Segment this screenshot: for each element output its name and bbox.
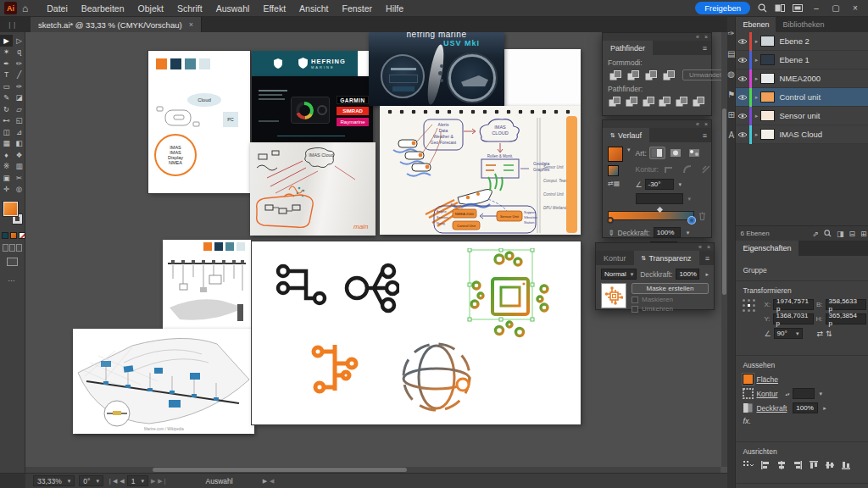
hierarchy-icon-orange[interactable] [308,336,362,399]
width-input[interactable]: 358,5633 p [826,299,866,310]
expand-layer-icon[interactable]: ▸ [752,57,760,64]
make-mask-icon[interactable]: ◨ [837,230,844,238]
color-swatches[interactable] [156,58,210,69]
symbol-sprayer-tool[interactable]: ※ [0,161,13,173]
align-left-icon[interactable] [760,460,771,470]
layer-thumbnail[interactable] [760,36,775,47]
new-sublayer-icon[interactable]: ⊟ [849,230,855,238]
layer-row-control-unit[interactable]: ▸Control unit○ [736,88,868,107]
rotate-tool[interactable]: ↻ [0,103,13,115]
screen-layout-icon[interactable] [793,4,803,12]
flip-vertical-icon[interactable]: ⇅ [826,330,832,338]
freeform-gradient-button[interactable] [687,147,703,159]
rectangle-tool[interactable]: ▭ [0,80,13,92]
crop-icon[interactable] [658,95,672,108]
curvature-tool[interactable]: ✏ [13,58,25,69]
divide-icon[interactable] [608,95,622,108]
rotation-select[interactable]: 0°▾ [79,475,103,486]
swatch[interactable] [214,242,223,251]
trim-icon[interactable] [625,95,639,108]
horizontal-scrollbar[interactable] [25,467,721,473]
visibility-eye-icon[interactable] [736,131,749,138]
notebook-sketch-photo[interactable]: Alerts Data Weather & Geo Forecast IMAS … [380,106,581,235]
swatch[interactable] [185,58,196,69]
character-icon[interactable]: A [728,130,734,140]
opacity-swatch-icon[interactable] [743,402,754,413]
menu-bearbeiten[interactable]: Bearbeiten [75,3,131,14]
mesh-tool[interactable]: ▦ [0,138,13,150]
width-tool[interactable]: ⊷ [0,115,13,127]
fill-color-swatch[interactable] [743,374,754,385]
exclude-icon[interactable] [661,69,677,81]
hand-tool[interactable]: ✛ [0,184,13,196]
visibility-eye-icon[interactable] [736,38,749,45]
last-artboard-button[interactable]: ▶❘ [158,478,167,485]
rotation-select[interactable]: 90°▾ [774,328,803,339]
layer-thumbnail[interactable] [760,129,775,140]
restore-button[interactable]: ▢ [830,3,842,13]
flip-horizontal-icon[interactable]: ⇄ [817,330,824,338]
merge-icon[interactable] [642,95,656,108]
swatch[interactable] [236,242,245,251]
fx-button[interactable]: fx. [743,417,751,425]
gradient-stop-left[interactable] [607,217,614,224]
swatch[interactable] [156,58,167,69]
minimize-button[interactable]: – [810,3,822,13]
tab-layers[interactable]: Ebenen [736,17,776,32]
usv-poster-image[interactable]: hefring marine USV MkI [369,32,504,106]
blend-mode-select[interactable]: Normal▾ [601,269,637,280]
eyedropper-icon[interactable]: ✏ [607,230,615,236]
align-top-icon[interactable] [809,460,819,470]
whiteboard-photo[interactable]: IMAS Cloud main [250,142,376,236]
perspective-grid-tool[interactable]: ⊿ [13,126,25,138]
layer-row-sensor-unit[interactable]: ▸Sensor unit○ [736,107,868,125]
tab-close-icon[interactable]: × [189,20,193,29]
zoom-tool[interactable]: ◎ [13,184,25,196]
status-menu-arrow[interactable]: ▶ [263,478,267,485]
panel-menu-icon[interactable]: ≡ [705,254,714,263]
eraser-tool[interactable]: ◪ [13,92,25,104]
artboard-tool[interactable]: ▣ [0,172,13,184]
selection-tool[interactable]: ▶ [0,35,13,47]
collapse-panel-icon[interactable]: « [698,244,702,250]
free-transform-tool[interactable]: ◱ [13,115,25,127]
draw-mode-buttons[interactable] [3,244,22,252]
menu-fenster[interactable]: Fenster [335,3,379,14]
artboard-1[interactable]: Cloud PC IMAS IMAS Display NMEA [148,51,250,193]
menu-schrift[interactable]: Schrift [170,3,209,14]
menu-hilfe[interactable]: Hilfe [379,3,410,14]
height-input[interactable]: 365,3854 p [826,313,866,324]
color-swatch-button[interactable] [2,232,8,239]
tab-stroke[interactable]: Kontur [596,251,634,265]
white-image-block[interactable] [503,49,581,106]
close-panel-icon[interactable]: × [707,244,710,250]
flag-icon[interactable]: ⚑ [727,90,735,99]
layer-name[interactable]: Control unit [779,92,868,102]
close-panel-icon[interactable]: × [704,121,708,127]
menu-ansicht[interactable]: Ansicht [292,3,335,14]
pages-icon[interactable]: ▤ [727,49,735,58]
pen-tool[interactable]: ✒ [0,58,13,69]
layer-thumbnail[interactable] [760,73,775,84]
visibility-eye-icon[interactable] [736,113,749,119]
network-icon-black-1[interactable] [275,260,337,309]
artboard-panel-icon[interactable]: ⊞ [728,110,735,119]
close-button[interactable]: × [849,3,861,13]
gradient-angle-input[interactable]: -30° [645,179,674,190]
graph-tool[interactable]: ▥ [13,161,25,173]
scale-tool[interactable]: ▱ [13,103,25,115]
edit-toolbar-icon[interactable]: … [8,274,16,283]
gradient-fill-stroke-swatch[interactable] [608,165,619,176]
swatch[interactable] [225,242,234,251]
reverse-gradient-icon[interactable]: ⇄▦ [608,180,631,187]
visibility-eye-icon[interactable] [736,94,749,101]
more-options-icon[interactable]: … [743,427,868,435]
share-button[interactable]: Freigeben [695,2,750,14]
search-icon[interactable] [824,230,832,238]
tab-transparency[interactable]: ⇅Transparenz [634,251,699,265]
canvas[interactable]: Cloud PC IMAS IMAS Display NMEA HEFRING … [25,32,727,473]
expand-layer-icon[interactable]: ▸ [752,131,760,138]
artboard-number-select[interactable]: 1▾ [127,475,148,486]
eyedropper-tool[interactable]: ♦ [0,149,13,161]
hefring-banner-image[interactable]: HEFRING MARINE [252,51,373,76]
